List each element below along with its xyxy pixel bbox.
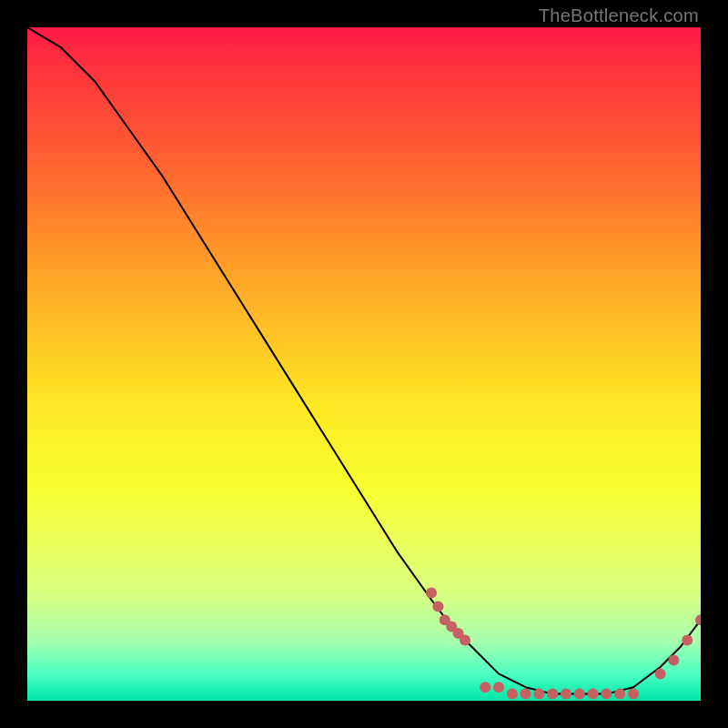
data-point [655, 668, 666, 679]
data-point [460, 634, 470, 645]
data-point [426, 588, 437, 599]
watermark-label: TheBottleneck.com [539, 5, 699, 26]
data-point [682, 634, 693, 645]
data-point [480, 682, 490, 693]
data-point [695, 614, 701, 625]
data-point [521, 689, 531, 700]
chart-svg [27, 27, 701, 701]
data-point [588, 689, 599, 700]
data-point [507, 689, 518, 700]
data-point [533, 689, 544, 700]
data-point [628, 689, 639, 700]
data-point [561, 689, 571, 700]
plot-area [27, 27, 701, 701]
data-point [432, 601, 443, 612]
data-point [601, 689, 612, 700]
curve-path [27, 27, 701, 694]
data-point [574, 689, 585, 700]
data-point [547, 689, 558, 700]
data-point [614, 689, 625, 700]
data-point [668, 655, 679, 666]
chart-frame: TheBottleneck.com [0, 0, 728, 728]
data-point [493, 682, 504, 693]
dots-group [426, 588, 701, 700]
